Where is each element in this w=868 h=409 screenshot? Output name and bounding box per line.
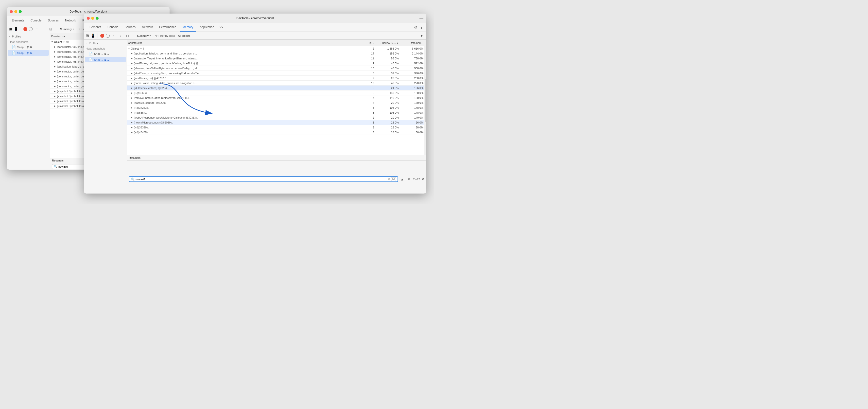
stop-button-1[interactable] [23, 27, 27, 31]
tri-d16[interactable] [131, 131, 134, 134]
tri-2[interactable] [54, 50, 57, 53]
upload-btn-2[interactable]: ↑ [111, 33, 117, 38]
scrollbar-thumb-2[interactable] [425, 79, 426, 122]
tab-sources-1[interactable]: Sources [45, 16, 62, 25]
tri-5[interactable] [54, 65, 57, 68]
col-distance-header-2[interactable]: Di… [364, 41, 376, 45]
data-row-8[interactable]: {} @42663 5 140 0% 180 0% [127, 90, 426, 95]
data-row-3[interactable]: {element, timeToFirstByte, resourceLoadD… [127, 66, 426, 71]
tri-d10[interactable] [131, 101, 134, 104]
tri-d11[interactable] [131, 106, 134, 109]
device-icon-1[interactable]: 📱 [13, 27, 18, 31]
data-row-7[interactable]: {id, latency, entries} @62345 5 24 0% 19… [127, 86, 426, 90]
tab-network-2[interactable]: Network [139, 23, 156, 32]
tri-d8[interactable] [131, 91, 134, 94]
tri-d12[interactable] [131, 111, 134, 114]
download-btn-1[interactable]: ↓ [41, 26, 46, 32]
tri-8[interactable] [54, 80, 57, 83]
tab-performance-2[interactable]: Performance [156, 23, 179, 32]
close-button-1[interactable] [10, 10, 13, 13]
tri-10[interactable] [54, 90, 57, 92]
data-row-5[interactable]: {loadTimes, csi} @49707 □ 2 28 0% 260 0% [127, 76, 426, 81]
tri-d3[interactable] [131, 67, 134, 69]
tab-more-2[interactable]: >> [218, 23, 225, 32]
customize-icon-1[interactable]: ⊞ [9, 27, 12, 31]
tri-d13[interactable] [131, 116, 134, 119]
close-search-btn-2[interactable]: ✕ [422, 177, 424, 181]
search-input-2[interactable] [135, 178, 386, 181]
scrollbar-track-2[interactable] [424, 46, 426, 155]
download-btn-2[interactable]: ↓ [118, 33, 123, 38]
tri-d7[interactable] [131, 87, 134, 89]
tri-d5[interactable] [131, 77, 134, 79]
clear-search-btn-2[interactable]: ✕ [388, 177, 390, 181]
tri-3[interactable] [54, 55, 57, 58]
close-button-2[interactable] [87, 17, 90, 20]
constructor-table-2[interactable]: Object ×45 2 1 556 0% 6 616 0% {applicat… [127, 46, 426, 155]
summary-dropdown-1[interactable]: Summary ▾ [59, 27, 75, 31]
tri-12[interactable] [54, 99, 57, 102]
tri-d15[interactable] [131, 126, 134, 129]
tab-network-1[interactable]: Network [62, 16, 79, 25]
data-row-2[interactable]: {loadTimes, csi, send, getVariableValue,… [127, 61, 426, 66]
search-next-btn-2[interactable]: ▼ [406, 177, 412, 182]
grid-btn-2[interactable]: ⊟ [125, 33, 130, 38]
data-row-6[interactable]: {name, value, rating, delta, entries, id… [127, 81, 426, 86]
expand-obj-1[interactable] [51, 40, 54, 43]
tri-d0[interactable] [131, 52, 134, 55]
settings-icon-2[interactable]: ⚙ [414, 25, 417, 30]
expand-btn-2[interactable]: ▼ [419, 33, 424, 38]
stop-button-2[interactable] [100, 34, 104, 38]
more-icon-2[interactable]: ⋮ [420, 25, 424, 30]
customize-icon-2[interactable]: ⊞ [86, 33, 89, 38]
minimize-icon-2[interactable]: — [420, 16, 424, 20]
data-row-15[interactable]: {} @38399 □ 3 28 0% 68 0% [127, 125, 426, 130]
snap1-item-1[interactable]: 📄 Snap… (1.6… [8, 44, 49, 50]
filter-btn-2[interactable]: ⊜ Filter by class [154, 33, 177, 38]
expand-obj-2[interactable] [128, 47, 131, 50]
col-constructor-header-2[interactable]: Constructor [128, 41, 364, 45]
match-case-btn-2[interactable]: Aa [391, 177, 396, 181]
data-row-1[interactable]: {interactionTarget, interactionTargetEle… [127, 56, 426, 61]
minimize-button-2[interactable] [91, 17, 94, 20]
tri-4[interactable] [54, 60, 57, 63]
tri-7[interactable] [54, 75, 57, 78]
data-row-10[interactable]: {passive, capture} @62293 4 20 0% 160 0% [127, 100, 426, 105]
tri-d9[interactable] [131, 96, 134, 99]
tab-sources-2[interactable]: Sources [122, 23, 138, 32]
tri-d1[interactable] [131, 57, 134, 60]
col-retained-header-2[interactable]: Retained… [401, 41, 425, 45]
tri-1[interactable] [54, 46, 57, 48]
tri-d2[interactable] [131, 62, 134, 65]
snap2-item-2[interactable]: 📄 Snap… (1… [85, 57, 126, 62]
data-row-9[interactable]: {remove, before, after, replaceWith} @62… [127, 95, 426, 100]
tab-elements-2[interactable]: Elements [86, 23, 104, 32]
circle-btn-2[interactable] [106, 34, 110, 38]
tri-9[interactable] [54, 85, 57, 88]
tri-d14[interactable] [131, 121, 134, 124]
tab-application-2[interactable]: Application [197, 23, 217, 32]
tab-console-2[interactable]: Console [104, 23, 121, 32]
data-row-13[interactable]: {webUIResponse, webUIListenerCallback} @… [127, 115, 426, 120]
summary-dropdown-2[interactable]: Summary ▾ [135, 34, 152, 38]
circle-btn-1[interactable] [29, 27, 33, 31]
object-main-row-2[interactable]: Object ×45 2 1 556 0% 6 616 0% [127, 46, 426, 51]
tab-memory-2[interactable]: Memory [180, 23, 196, 32]
tab-elements-1[interactable]: Elements [9, 16, 27, 25]
tri-6[interactable] [54, 70, 57, 73]
data-row-4[interactable]: {startTime, processingStart, processingE… [127, 71, 426, 76]
all-objects-btn-2[interactable]: All objects [178, 34, 190, 37]
data-row-14[interactable]: {nowInMicroseconds} @62039 □ 3 28 0% 96 … [127, 120, 426, 125]
tri-13[interactable] [54, 105, 57, 107]
snap1-item-2[interactable]: 📄 Snap… (1… [85, 51, 126, 56]
search-input-wrap-2[interactable]: 🔍 ✕ Aa [129, 176, 398, 182]
device-icon-2[interactable]: 📱 [90, 33, 95, 38]
tri-d4[interactable] [131, 72, 134, 75]
tab-console-1[interactable]: Console [28, 16, 44, 25]
grid-btn-1[interactable]: ⊟ [48, 26, 54, 32]
upload-btn-1[interactable]: ↑ [34, 26, 40, 32]
tri-d6[interactable] [131, 82, 134, 84]
data-row-0[interactable]: {application_label, cl, command_line, ..… [127, 51, 426, 56]
data-row-12[interactable]: {} @53541 3 108 0% 148 0% [127, 110, 426, 115]
col-shallow-header-2[interactable]: Shallow Si… [376, 41, 401, 45]
